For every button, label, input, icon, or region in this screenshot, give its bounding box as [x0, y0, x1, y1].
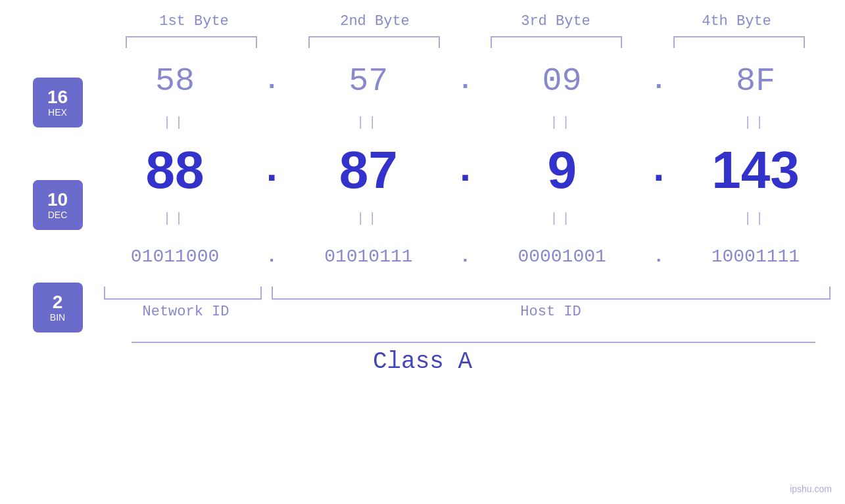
equals-2-2: || — [299, 211, 437, 226]
equals-1-4: || — [687, 115, 825, 130]
bin-val-4: 10001111 — [687, 246, 825, 267]
id-labels: Network ID Host ID — [101, 304, 831, 320]
byte-label-1: 1st Byte — [128, 13, 260, 30]
hex-dot-1: . — [255, 66, 288, 96]
hex-val-4: 8F — [687, 62, 825, 100]
network-id-bracket — [104, 286, 262, 300]
equals-2-3: || — [493, 211, 631, 226]
watermark: ipshu.com — [790, 484, 832, 494]
equals-row-1: || || || || — [101, 110, 831, 134]
top-bracket-4 — [673, 36, 805, 48]
byte-label-2: 2nd Byte — [309, 13, 441, 30]
dec-row: 88 . 87 . 9 . 143 — [101, 134, 831, 206]
hex-val-3: 09 — [493, 62, 631, 100]
class-label: Class A — [373, 348, 472, 375]
bin-dot-2: . — [448, 246, 481, 267]
dec-dot-3: . — [642, 148, 675, 193]
hex-val-2: 57 — [299, 62, 437, 100]
top-bracket-2 — [308, 36, 440, 48]
bottom-brackets — [101, 286, 831, 300]
dec-dot-1: . — [255, 148, 288, 193]
host-id-label: Host ID — [272, 304, 831, 320]
equals-1-2: || — [299, 115, 437, 130]
bin-badge: 2 BIN — [33, 283, 83, 332]
equals-2-4: || — [687, 211, 825, 226]
bin-dot-1: . — [255, 246, 288, 267]
bin-val-3: 00001001 — [493, 246, 631, 267]
hex-dot-3: . — [642, 66, 675, 96]
main-container: 1st Byte 2nd Byte 3rd Byte 4th Byte 16 H… — [0, 0, 845, 504]
byte-label-3: 3rd Byte — [490, 13, 621, 30]
hex-row: 58 . 57 . 09 . 8F — [101, 51, 831, 110]
badges-column: 16 HEX 10 DEC 2 BIN — [15, 51, 101, 332]
dec-val-2: 87 — [299, 140, 437, 200]
bin-val-2: 01010111 — [299, 246, 437, 267]
hex-val-1: 58 — [106, 62, 244, 100]
class-divider — [132, 342, 815, 343]
network-id-label: Network ID — [101, 304, 272, 320]
top-bracket-3 — [491, 36, 622, 48]
top-bracket-1 — [126, 36, 257, 48]
byte-label-4: 4th Byte — [671, 13, 802, 30]
dec-val-3: 9 — [493, 140, 631, 200]
hex-badge: 16 HEX — [33, 78, 83, 127]
equals-1-3: || — [493, 115, 631, 130]
bin-dot-3: . — [642, 246, 675, 267]
dec-val-1: 88 — [106, 140, 244, 200]
bin-row: 01011000 . 01010111 . 00001001 . 1000111… — [101, 230, 831, 283]
equals-1-1: || — [106, 115, 244, 130]
hex-dot-2: . — [448, 66, 481, 96]
main-area: 16 HEX 10 DEC 2 BIN 58 . 57 — [15, 51, 831, 332]
byte-labels-row: 1st Byte 2nd Byte 3rd Byte 4th Byte — [104, 13, 827, 30]
dec-dot-2: . — [448, 148, 481, 193]
values-grid: 58 . 57 . 09 . 8F || || — [101, 51, 831, 332]
equals-2-1: || — [106, 211, 244, 226]
equals-row-2: || || || || — [101, 206, 831, 230]
host-id-bracket — [272, 286, 831, 300]
class-label-row: Class A — [15, 348, 831, 375]
bin-val-1: 01011000 — [106, 246, 244, 267]
dec-badge: 10 DEC — [33, 180, 83, 230]
dec-val-4: 143 — [687, 140, 825, 200]
